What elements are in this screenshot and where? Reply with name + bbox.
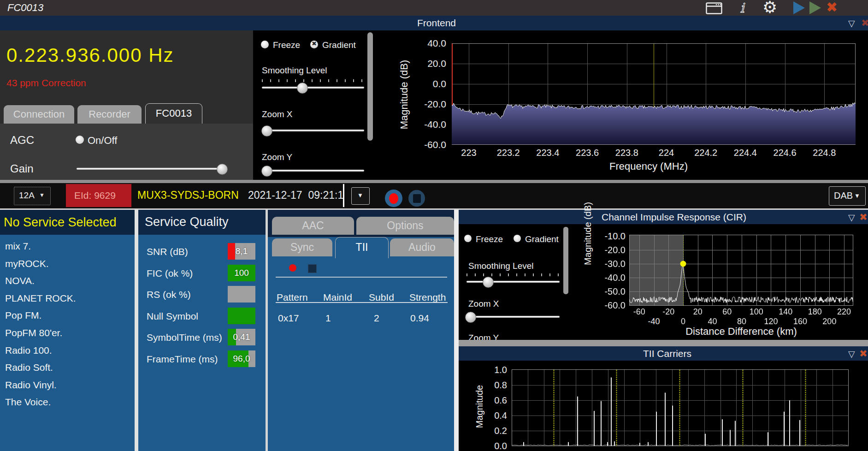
- record-icon: [389, 193, 398, 204]
- play-icon-green[interactable]: [809, 1, 821, 14]
- zoom-y-slider-thumb[interactable]: [261, 166, 272, 177]
- table-header: MainId: [323, 292, 352, 303]
- zoom-y-slider[interactable]: [262, 170, 364, 172]
- cir-x-tick: 220: [830, 307, 858, 317]
- spectrum-x-tick: 223.6: [571, 148, 603, 158]
- gear-icon[interactable]: ⚙: [762, 0, 777, 17]
- frontend-close-icon[interactable]: ✖: [861, 18, 868, 29]
- service-list-item[interactable]: mix 7.: [0, 237, 135, 255]
- cir-x-axis-title: Distance Difference (km): [677, 326, 806, 338]
- cir-x-tick: 120: [757, 317, 785, 326]
- cir-smoothing-slider-thumb[interactable]: [483, 277, 494, 288]
- tii-collapse-icon[interactable]: ▽: [848, 349, 855, 359]
- cir-x-tick: 200: [815, 317, 843, 326]
- cir-zoom-x-slider-thumb[interactable]: [465, 312, 476, 323]
- cir-x-tick: -20: [655, 307, 682, 317]
- divider[interactable]: [459, 340, 868, 346]
- cir-freeze-radio[interactable]: [464, 235, 472, 242]
- cir-gradient-radio[interactable]: [514, 235, 521, 242]
- tab-sync[interactable]: Sync: [272, 238, 332, 256]
- service-list-item[interactable]: Radio 100.: [0, 342, 135, 359]
- tab-connection[interactable]: Connection: [4, 105, 74, 124]
- smoothing-label: Smoothing Level: [262, 65, 327, 76]
- close-icon[interactable]: ✖: [826, 0, 838, 15]
- gain-slider[interactable]: [77, 168, 221, 170]
- cir-smoothing-slider[interactable]: [466, 281, 560, 283]
- table-cell: 0x17: [278, 313, 299, 324]
- cir-scrollbar[interactable]: [563, 227, 568, 294]
- spectrum-y-tick: -40.0: [406, 119, 446, 130]
- chevron-down-icon: ▼: [854, 192, 860, 199]
- divider: [454, 210, 459, 451]
- cir-gradient-label: Gradient: [525, 234, 559, 244]
- cir-header: Channel Impulse Response (CIR) ▽ ✖: [459, 210, 868, 224]
- window-icon[interactable]: [706, 2, 722, 14]
- tab-audio[interactable]: Audio: [390, 238, 454, 256]
- tii-y-axis-title: Magnitude: [474, 363, 485, 451]
- cir-close-icon[interactable]: ✖: [859, 212, 868, 223]
- cir-zoom-x-label: Zoom X: [468, 299, 499, 309]
- gain-label: Gain: [10, 162, 34, 175]
- service-list-item[interactable]: PopFM 80'er.: [0, 324, 135, 342]
- service-list-panel: No Service Selected mix 7.myROCK.NOVA.PL…: [0, 210, 135, 451]
- cir-y-tick: -30.0: [586, 259, 626, 269]
- agc-option-label: On/Off: [88, 135, 117, 147]
- quality-row-label: FrameTime (ms): [147, 354, 218, 365]
- tii-y-tick: 0.2: [476, 426, 507, 436]
- tab-aac[interactable]: AAC: [272, 217, 354, 235]
- spectrum-x-tick: 223.4: [531, 148, 564, 158]
- service-list-item[interactable]: Radio Soft.: [0, 359, 135, 376]
- cir-zoom-x-slider[interactable]: [466, 316, 560, 318]
- cir-x-tick: -40: [640, 317, 668, 326]
- agc-radio[interactable]: [76, 136, 84, 144]
- service-list-item[interactable]: myROCK.: [0, 255, 135, 273]
- tii-y-tick: 0.6: [476, 395, 507, 406]
- zoom-x-slider-thumb[interactable]: [261, 125, 272, 136]
- info-icon[interactable]: i: [737, 1, 747, 15]
- smoothing-ticks: [262, 79, 364, 82]
- service-list-item[interactable]: PLANET ROCK.: [0, 290, 135, 307]
- chevron-down-icon: ▼: [357, 192, 363, 199]
- table-cell: 0.94: [410, 313, 429, 324]
- tii-header: TII Carriers ▽ ✖: [459, 346, 868, 361]
- spectrum-x-tick: 223: [453, 148, 485, 158]
- tab-tii[interactable]: TII: [335, 237, 389, 258]
- zoom-x-slider[interactable]: [262, 130, 364, 131]
- tab-fc0013[interactable]: FC0013: [145, 103, 202, 124]
- freeze-radio[interactable]: [261, 41, 269, 48]
- tii-y-tick: 0.8: [476, 380, 507, 391]
- record-button[interactable]: [385, 190, 402, 207]
- frontend-collapse-icon[interactable]: ▽: [848, 18, 855, 29]
- tii-close-icon[interactable]: ✖: [859, 348, 868, 359]
- cir-y-tick: -60.0: [586, 300, 626, 311]
- divider: [0, 180, 868, 183]
- tab-recorder[interactable]: Recorder: [77, 105, 142, 124]
- smoothing-slider[interactable]: [262, 87, 364, 89]
- table-header-underline: [276, 302, 448, 303]
- frontend-scrollbar[interactable]: [367, 32, 373, 141]
- quality-bar: 8,1: [228, 243, 255, 260]
- service-list-item[interactable]: Radio Vinyl.: [0, 376, 135, 394]
- cir-y-tick: -10.0: [586, 231, 626, 242]
- smoothing-slider-thumb[interactable]: [297, 83, 308, 94]
- channel-dropdown[interactable]: 12A ▼: [14, 187, 51, 205]
- chevron-down-icon: ▼: [39, 192, 45, 198]
- service-list-scrollbar[interactable]: [135, 210, 138, 451]
- cir-x-tick: 20: [684, 307, 712, 317]
- play-icon-blue[interactable]: [793, 1, 805, 14]
- gradient-radio[interactable]: ✖: [310, 41, 318, 48]
- window-title: FC0013: [7, 2, 43, 14]
- tab-options[interactable]: Options: [356, 217, 454, 235]
- stop-button[interactable]: [408, 190, 425, 207]
- recording-dropdown[interactable]: ▼: [351, 187, 370, 205]
- spectrum-y-tick: -60.0: [406, 139, 446, 150]
- divider: [276, 277, 447, 278]
- service-list-item[interactable]: The Voice.: [0, 393, 135, 411]
- gain-slider-thumb[interactable]: [217, 164, 228, 175]
- tii-y-tick: 0.4: [476, 410, 507, 421]
- mode-dropdown[interactable]: DAB ▼: [829, 186, 866, 206]
- spectrum-y-tick: 0.0: [406, 78, 446, 89]
- service-list-item[interactable]: NOVA.: [0, 272, 135, 290]
- service-list-item[interactable]: Pop FM.: [0, 307, 135, 324]
- cir-collapse-icon[interactable]: ▽: [848, 212, 855, 223]
